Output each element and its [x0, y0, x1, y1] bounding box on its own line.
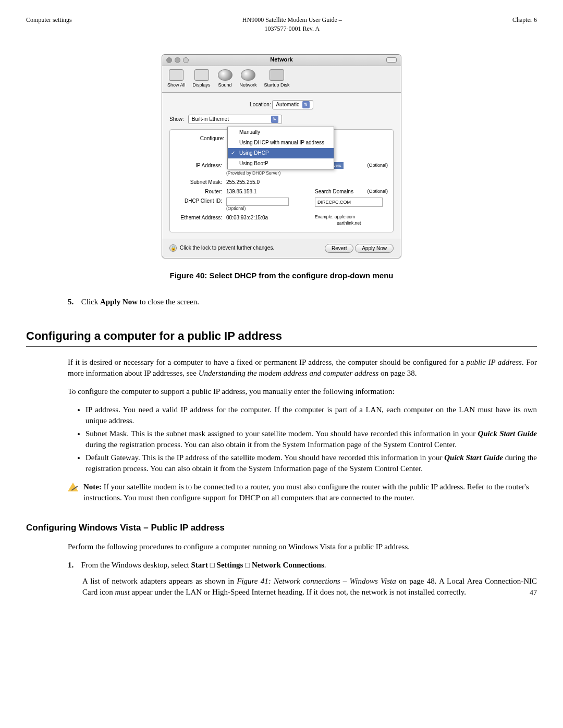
step-1-sub: A list of network adapters appears as sh…: [82, 576, 537, 598]
window-footer: 🔒 Click the lock to prevent further chan…: [162, 239, 401, 258]
network-window: Network Show All Displays Sound Network: [162, 54, 401, 258]
window-title: Network: [270, 56, 292, 64]
step-5: 5. Click Apply Now to close the screen.: [68, 297, 537, 307]
router-label: Router:: [175, 188, 222, 195]
eth-label: Ethernet Address:: [175, 214, 222, 227]
para-1: If it is desired or necessary for a comp…: [68, 357, 537, 379]
header-right: Chapter 6: [512, 16, 537, 33]
dhcp-client-input[interactable]: [226, 198, 289, 206]
revert-button[interactable]: Revert: [325, 244, 353, 253]
minimize-icon[interactable]: [175, 57, 180, 63]
optional-label: (Optional): [367, 188, 388, 195]
search-domains-label: Search Domains: [315, 188, 353, 195]
location-dropdown[interactable]: Automatic ⇅: [272, 100, 313, 109]
section-heading: Configuring a computer for a public IP a…: [26, 328, 537, 347]
para-3: Perform the following procedures to conf…: [68, 541, 537, 552]
network-icon: [241, 69, 255, 81]
lock-icon[interactable]: 🔒: [169, 244, 177, 252]
toolbar-toggle-icon[interactable]: [386, 57, 397, 63]
subsection-heading: Configuring Windows Vista – Public IP ad…: [26, 522, 537, 534]
note-icon: [68, 483, 79, 492]
startup-button[interactable]: Startup Disk: [264, 69, 290, 89]
header-center: HN9000 Satellite Modem User Guide – 1037…: [242, 16, 342, 33]
dhcp-client-label: DHCP Client ID:: [175, 198, 222, 212]
displays-icon: [194, 69, 209, 81]
subnet-label: Subnet Mask:: [175, 179, 222, 186]
sound-button[interactable]: Sound: [218, 69, 232, 89]
startup-disk-icon: [270, 69, 284, 81]
menu-item-dhcp-manual[interactable]: Using DHCP with manual IP address: [228, 138, 334, 148]
note-text: Note: If your satellite modem is to be c…: [83, 482, 537, 503]
bullet-2: Subnet Mask. This is the subnet mask ass…: [85, 428, 537, 450]
bullet-1: IP address. You need a valid IP address …: [85, 404, 537, 426]
page-header: Computer settings HN9000 Satellite Modem…: [26, 16, 537, 33]
ip-label: IP Address:: [175, 162, 222, 177]
showall-button[interactable]: Show All: [167, 69, 186, 89]
show-label: Show:: [169, 116, 184, 123]
zoom-icon[interactable]: [183, 57, 189, 63]
optional-label: (Optional): [367, 162, 388, 169]
router-value: 139.85.158.1: [226, 188, 311, 195]
subnet-value: 255.255.255.0: [226, 179, 311, 186]
chevron-updown-icon: ⇅: [271, 116, 278, 123]
displays-button[interactable]: Displays: [193, 69, 211, 89]
figure-40: Network Show All Displays Sound Network: [26, 54, 537, 262]
apply-now-button[interactable]: Apply Now: [355, 244, 394, 253]
figure-caption: Figure 40: Select DHCP from the configur…: [26, 270, 537, 281]
eth-value: 00:03:93:c2:15:0a: [226, 214, 311, 227]
prefs-toolbar: Show All Displays Sound Network Startup …: [162, 66, 401, 93]
bullet-3: Default Gateway. This is the IP address …: [85, 452, 537, 474]
example-label: Example:: [315, 214, 333, 219]
tcpip-panel: Configure: Manually Using DHCP with manu…: [169, 129, 394, 232]
lock-text: Click the lock to prevent further change…: [180, 244, 274, 252]
menu-item-manually[interactable]: Manually: [228, 127, 334, 138]
network-button[interactable]: Network: [240, 69, 257, 89]
dhcp-client-field: (Optional): [226, 198, 311, 212]
close-icon[interactable]: [166, 57, 172, 63]
search-domains-input[interactable]: DIRECPC.COM: [315, 198, 383, 207]
configure-menu[interactable]: Manually Using DHCP with manual IP addre…: [227, 127, 334, 169]
chevron-updown-icon: ⇅: [302, 101, 310, 108]
configure-label: Configure:: [193, 135, 224, 142]
step-1: 1. From the Windows desktop, select Star…: [68, 560, 537, 598]
menu-item-bootp[interactable]: Using BootP: [228, 158, 334, 169]
header-left: Computer settings: [26, 16, 72, 33]
window-titlebar: Network: [162, 55, 401, 66]
traffic-lights: [166, 57, 189, 63]
para-2: To configure the computer to support a p…: [68, 386, 537, 397]
show-dropdown[interactable]: Built-in Ethernet ⇅: [188, 115, 282, 124]
bullet-list: IP address. You need a valid IP address …: [78, 404, 537, 474]
showall-icon: [169, 69, 183, 81]
network-content: Location: Automatic ⇅ Show: Built-in Eth…: [162, 93, 401, 239]
note-block: Note: If your satellite modem is to be c…: [68, 482, 537, 503]
menu-item-dhcp[interactable]: Using DHCP: [228, 148, 334, 158]
location-label: Location:: [250, 102, 271, 107]
page-number: 47: [530, 588, 537, 598]
sound-icon: [218, 69, 232, 81]
